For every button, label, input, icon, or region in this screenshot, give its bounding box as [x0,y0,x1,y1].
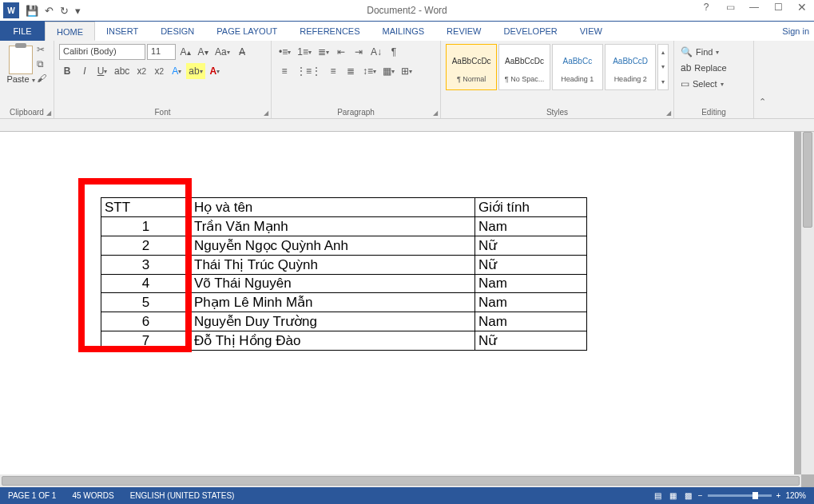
tab-design[interactable]: DESIGN [149,22,205,41]
subscript-button[interactable]: x2 [133,63,149,79]
font-size-combo[interactable]: 11 [147,44,176,60]
table-cell[interactable]: Võ Thái Nguyên [191,275,475,293]
horizontal-scroll-thumb[interactable] [2,476,800,486]
bullets-button[interactable]: •≡▾ [276,44,293,60]
table-cell[interactable]: 2 [101,236,191,256]
status-page[interactable]: PAGE 1 OF 1 [0,491,64,500]
italic-button[interactable]: I [77,63,93,79]
table-header-cell[interactable]: Giới tính [475,198,587,217]
tab-page-layout[interactable]: PAGE LAYOUT [205,22,288,41]
tab-file[interactable]: FILE [0,22,45,41]
redo-icon[interactable]: ↻ [60,5,69,17]
ruler[interactable] [0,119,814,132]
table-cell[interactable]: 7 [101,331,191,351]
bold-button[interactable]: B [59,63,75,79]
style-heading-2[interactable]: AaBbCcDHeading 2 [605,44,656,90]
copy-icon[interactable]: ⧉ [37,58,46,69]
clipboard-launcher[interactable]: ◢ [46,109,51,117]
read-mode-icon[interactable]: ▤ [654,491,661,500]
table-header-cell[interactable]: STT [101,198,191,217]
table-cell[interactable]: Nguyễn Ngọc Quỳnh Anh [191,236,475,256]
close-button[interactable]: ✕ [790,0,814,16]
table-cell[interactable]: Đỗ Thị Hồng Đào [191,331,475,351]
font-color-button[interactable]: A▾ [207,63,223,79]
select-button[interactable]: ▭Select ▾ [681,76,748,92]
table-cell[interactable]: Nam [475,293,587,312]
table-cell[interactable]: 5 [101,293,191,312]
table-row[interactable]: 4Võ Thái NguyênNam [101,275,587,293]
highlight-button[interactable]: ab▾ [186,63,204,79]
web-layout-icon[interactable]: ▩ [685,491,692,500]
page[interactable]: STTHọ và tênGiới tính1Trần Văn MạnhNam2N… [0,132,794,475]
table-row[interactable]: 6Nguyễn Duy TrườngNam [101,312,587,331]
show-marks-button[interactable]: ¶ [386,44,402,60]
document-table[interactable]: STTHọ và tênGiới tính1Trần Văn MạnhNam2N… [101,197,587,351]
table-row[interactable]: 7Đỗ Thị Hồng ĐàoNữ [101,331,587,351]
zoom-level[interactable]: 120% [785,491,806,500]
style-heading-1[interactable]: AaBbCcHeading 1 [552,44,603,90]
vertical-scrollbar[interactable] [801,132,814,474]
table-cell[interactable]: Trần Văn Mạnh [191,217,475,236]
shading-button[interactable]: ▦▾ [380,63,397,79]
change-case-button[interactable]: Aa▾ [212,44,232,60]
superscript-button[interactable]: x2 [151,63,167,79]
decrease-indent-button[interactable]: ⇤ [333,44,349,60]
line-spacing-button[interactable]: ↕≡▾ [360,63,379,79]
table-cell[interactable]: Nữ [475,236,587,256]
table-cell[interactable]: Nữ [475,331,587,351]
table-cell[interactable]: Nữ [475,256,587,275]
increase-indent-button[interactable]: ⇥ [351,44,367,60]
horizontal-scrollbar[interactable] [0,474,801,487]
table-cell[interactable]: Thái Thị Trúc Quỳnh [191,256,475,275]
save-icon[interactable]: 💾 [26,5,38,17]
table-cell[interactable]: Phạm Lê Minh Mẫn [191,293,475,312]
shrink-font-button[interactable]: A▾ [195,44,211,60]
table-header-cell[interactable]: Họ và tên [191,198,475,217]
cut-icon[interactable]: ✂ [37,44,46,55]
font-launcher[interactable]: ◢ [264,109,268,117]
sign-in-link[interactable]: Sign in [782,26,809,36]
print-layout-icon[interactable]: ▦ [669,491,677,500]
tab-review[interactable]: REVIEW [435,22,492,41]
collapse-ribbon-button[interactable]: ⌃ [754,41,770,118]
grow-font-button[interactable]: A▴ [177,44,193,60]
qat-more-icon[interactable]: ▾ [75,5,81,17]
format-painter-icon[interactable]: 🖌 [37,73,46,84]
table-row[interactable]: 3Thái Thị Trúc QuỳnhNữ [101,256,587,275]
styles-more-button[interactable]: ▴▾▾ [657,44,669,90]
tab-references[interactable]: REFERENCES [288,22,371,41]
zoom-slider[interactable] [708,494,772,497]
undo-icon[interactable]: ↶ [45,5,54,17]
table-cell[interactable]: 3 [101,256,191,275]
zoom-out-button[interactable]: − [698,491,703,500]
status-words[interactable]: 45 WORDS [64,491,121,500]
table-cell[interactable]: 1 [101,217,191,236]
paste-button[interactable]: Paste ▾ [5,44,37,84]
strikethrough-button[interactable]: abc [112,63,132,79]
table-row[interactable]: 2Nguyễn Ngọc Quỳnh AnhNữ [101,236,587,256]
minimize-button[interactable]: — [742,0,766,16]
tab-home[interactable]: HOME [45,22,95,41]
help-icon[interactable]: ? [694,0,718,16]
tab-view[interactable]: VIEW [569,22,613,41]
underline-button[interactable]: U▾ [94,63,110,79]
vertical-scroll-thumb[interactable] [803,132,812,228]
table-cell[interactable]: Nam [475,275,587,293]
table-cell[interactable]: Nam [475,217,587,236]
find-button[interactable]: 🔍Find ▾ [681,44,748,60]
status-language[interactable]: ENGLISH (UNITED STATES) [122,491,243,500]
paragraph-launcher[interactable]: ◢ [433,109,438,117]
tab-mailings[interactable]: MAILINGS [371,22,436,41]
tab-developer[interactable]: DEVELOPER [493,22,569,41]
table-cell[interactable]: Nam [475,312,587,331]
clear-formatting-button[interactable]: A̶ [234,44,250,60]
font-name-combo[interactable]: Calibri (Body) [59,44,145,60]
align-right-button[interactable]: ≡ [325,63,341,79]
numbering-button[interactable]: 1≡▾ [295,44,314,60]
styles-launcher[interactable]: ◢ [666,109,671,117]
align-center-button[interactable]: ⋮≡⋮ [294,63,324,79]
borders-button[interactable]: ⊞▾ [399,63,415,79]
table-cell[interactable]: 6 [101,312,191,331]
zoom-in-button[interactable]: + [776,491,781,500]
ribbon-options-icon[interactable]: ▭ [718,0,742,16]
